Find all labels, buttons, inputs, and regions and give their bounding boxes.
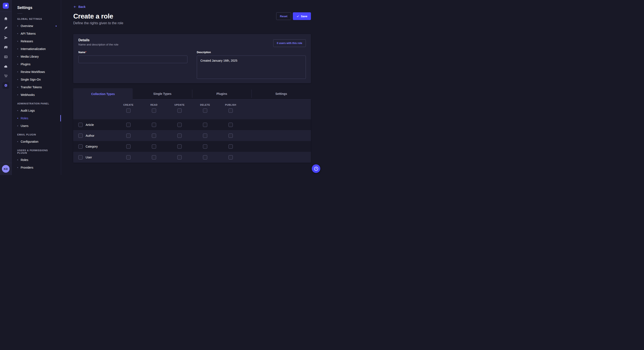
content-type-label: Article <box>86 123 94 127</box>
sidebar-item-transfer-tokens[interactable]: Transfer Tokens <box>12 83 61 91</box>
layout-icon[interactable] <box>2 53 9 60</box>
permission-checkbox-read[interactable] <box>152 155 156 160</box>
sidebar-item-audit-logs[interactable]: Audit Logs <box>12 107 61 114</box>
rail-bottom: KD <box>0 163 12 175</box>
content-type-label: User <box>86 156 92 159</box>
permission-checkbox-update[interactable] <box>178 155 182 160</box>
permission-cell <box>141 144 167 149</box>
description-textarea[interactable]: Created January 16th, 2025 <box>197 55 306 79</box>
permission-checkbox-read[interactable] <box>152 144 156 149</box>
permission-checkbox-update[interactable] <box>178 134 182 138</box>
strapi-logo[interactable] <box>3 3 9 9</box>
sidebar-item-label: Media Library <box>21 55 39 58</box>
name-label: Name* <box>78 51 188 54</box>
name-field-group: Name* <box>78 51 188 63</box>
name-input[interactable] <box>78 55 188 63</box>
row-select-checkbox[interactable] <box>78 134 83 138</box>
back-label: Back <box>78 5 86 8</box>
permission-checkbox-create[interactable] <box>126 155 130 160</box>
select-all-read-checkbox[interactable] <box>152 108 156 113</box>
permission-checkbox-delete[interactable] <box>203 123 207 127</box>
sidebar-item-providers[interactable]: Providers <box>12 164 61 172</box>
logo-area <box>0 0 12 12</box>
tab-plugins[interactable]: Plugins <box>192 88 252 100</box>
sidebar-section-label: GLOBAL SETTINGS <box>12 14 61 22</box>
sidebar-item-label: Releases <box>21 39 33 43</box>
sidebar-item-api-tokens[interactable]: API Tokens <box>12 30 61 37</box>
cart-icon[interactable] <box>2 72 9 79</box>
permission-checkbox-publish[interactable] <box>228 144 233 149</box>
back-arrow-icon <box>73 5 77 8</box>
permission-checkbox-delete[interactable] <box>203 144 207 149</box>
notification-dot-icon <box>56 25 57 26</box>
sidebar-item-roles[interactable]: Roles <box>12 114 61 122</box>
permission-checkbox-delete[interactable] <box>203 134 207 138</box>
permission-column-header: UPDATE <box>174 104 185 106</box>
feather-icon[interactable] <box>2 25 9 31</box>
permission-checkbox-publish[interactable] <box>228 155 233 160</box>
sidebar-item-media-library[interactable]: Media Library <box>12 53 61 60</box>
tab-settings[interactable]: Settings <box>252 88 311 100</box>
sidebar-item-configuration[interactable]: Configuration <box>12 138 61 146</box>
row-label-cell: Author <box>73 134 116 138</box>
home-icon[interactable] <box>2 15 9 22</box>
permissions-section: Collection TypesSingle TypesPluginsSetti… <box>73 88 311 163</box>
select-all-create-checkbox[interactable] <box>126 108 130 113</box>
sidebar-item-single-sign-on[interactable]: Single Sign-On <box>12 76 61 83</box>
check-icon <box>296 15 299 18</box>
sidebar-item-overview[interactable]: Overview <box>12 22 61 30</box>
sidebar-item-plugins[interactable]: Plugins <box>12 60 61 68</box>
permissions-rows: ArticleAuthorCategoryUser <box>73 119 311 163</box>
tab-collection-types[interactable]: Collection Types <box>73 88 133 100</box>
sidebar-item-internationalization[interactable]: Internationalization <box>12 45 61 53</box>
app-window: KD Settings GLOBAL SETTINGSOverviewAPI T… <box>0 0 322 175</box>
select-all-delete-checkbox[interactable] <box>203 108 207 113</box>
select-all-publish-checkbox[interactable] <box>228 108 233 113</box>
permission-checkbox-read[interactable] <box>152 123 156 127</box>
sidebar-item-webhooks[interactable]: Webhooks <box>12 91 61 99</box>
sidebar-item-users[interactable]: Users <box>12 122 61 130</box>
sidebar-item-label: Users <box>21 124 28 128</box>
reset-button[interactable]: Reset <box>276 12 291 20</box>
send-icon[interactable] <box>2 34 9 41</box>
row-select-checkbox[interactable] <box>78 155 83 160</box>
bullet-icon <box>17 94 18 95</box>
sidebar-item-releases[interactable]: Releases <box>12 37 61 45</box>
bullet-icon <box>17 110 18 111</box>
save-button[interactable]: Save <box>293 12 311 20</box>
media-icon[interactable] <box>2 44 9 51</box>
sidebar-item-label: Plugins <box>21 62 30 66</box>
permission-checkbox-publish[interactable] <box>228 134 233 138</box>
bullet-icon <box>17 141 18 142</box>
permission-checkbox-create[interactable] <box>126 134 130 138</box>
help-button[interactable]: ? <box>312 164 320 173</box>
permission-checkbox-create[interactable] <box>126 123 130 127</box>
sidebar-item-roles[interactable]: Roles <box>12 156 61 164</box>
users-with-role-button[interactable]: 0 users with this role <box>273 39 306 47</box>
cloud-icon[interactable] <box>2 63 9 70</box>
permission-checkbox-create[interactable] <box>126 144 130 149</box>
permission-cell <box>218 144 244 149</box>
permission-checkbox-read[interactable] <box>152 134 156 138</box>
permission-checkbox-update[interactable] <box>178 123 182 127</box>
permission-row-user: User <box>73 152 311 163</box>
required-asterisk: * <box>86 51 86 54</box>
permission-checkbox-update[interactable] <box>178 144 182 149</box>
permission-checkbox-publish[interactable] <box>228 123 233 127</box>
avatar[interactable]: KD <box>2 165 10 173</box>
permission-cell <box>141 155 167 160</box>
gear-icon[interactable] <box>2 82 9 89</box>
sidebar-item-review-workflows[interactable]: Review Workflows <box>12 68 61 76</box>
permission-checkbox-delete[interactable] <box>203 155 207 160</box>
sidebar-item-label: Providers <box>21 166 33 169</box>
row-select-checkbox[interactable] <box>78 144 83 149</box>
select-all-update-checkbox[interactable] <box>178 108 182 113</box>
header-actions: Reset Save <box>276 12 311 20</box>
row-select-checkbox[interactable] <box>78 123 83 127</box>
bullet-icon <box>17 71 18 72</box>
back-link[interactable]: Back <box>73 5 86 8</box>
permissions-card: CREATEREADUPDATEDELETEPUBLISH ArticleAut… <box>73 100 311 163</box>
sidebar-item-label: Transfer Tokens <box>21 85 42 89</box>
bullet-icon <box>17 41 18 42</box>
tab-single-types[interactable]: Single Types <box>133 88 192 100</box>
